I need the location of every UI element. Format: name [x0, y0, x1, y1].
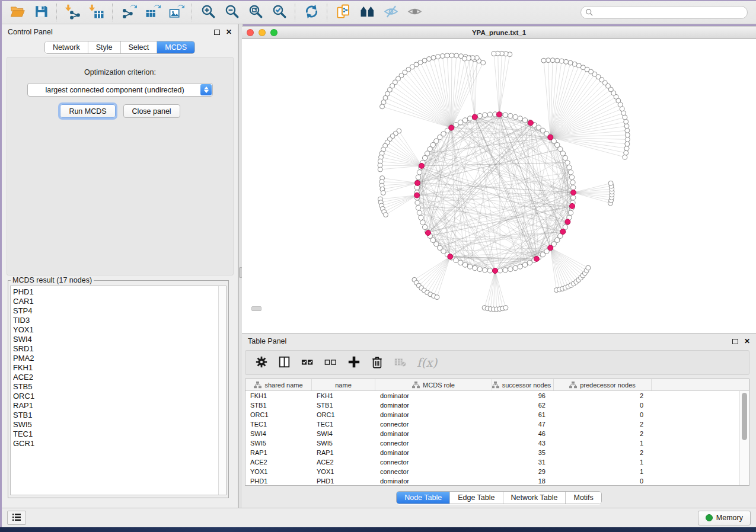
- table-cell[interactable]: connector: [375, 459, 492, 466]
- table-cell[interactable]: YOX1: [312, 468, 375, 475]
- table-cell[interactable]: TEC1: [245, 421, 312, 428]
- table-row[interactable]: RAP1RAP1dominator352: [245, 448, 740, 457]
- table-cell[interactable]: FKH1: [245, 392, 312, 399]
- list-item[interactable]: ACE2: [13, 373, 218, 382]
- list-item[interactable]: STB1: [13, 411, 218, 420]
- refresh-view-button[interactable]: [299, 2, 323, 23]
- zoom-fit-button[interactable]: [244, 2, 267, 23]
- open-file-button[interactable]: [5, 2, 29, 23]
- close-panel-icon[interactable]: ✕: [744, 338, 750, 345]
- table-cell[interactable]: 2: [554, 392, 652, 399]
- table-cell[interactable]: 46: [492, 430, 554, 437]
- tab-mcds[interactable]: MCDS: [157, 41, 194, 53]
- list-item[interactable]: RAP1: [13, 401, 218, 411]
- list-item[interactable]: PHD1: [13, 287, 218, 297]
- console-button[interactable]: [7, 511, 26, 525]
- tab-edge-table[interactable]: Edge Table: [449, 492, 502, 504]
- table-row[interactable]: SWI4SWI4dominator462: [245, 429, 740, 438]
- zoom-in-button[interactable]: [196, 2, 220, 23]
- table-settings-button[interactable]: [255, 355, 268, 370]
- table-cell[interactable]: ORC1: [312, 411, 375, 418]
- table-cell[interactable]: 1: [554, 440, 652, 447]
- table-cell[interactable]: FKH1: [312, 392, 375, 399]
- delete-table-button[interactable]: [394, 355, 407, 370]
- window-minimize-icon[interactable]: [259, 29, 266, 36]
- save-session-button[interactable]: [29, 2, 53, 23]
- table-cell[interactable]: SWI5: [245, 440, 312, 447]
- table-cell[interactable]: PHD1: [312, 477, 375, 485]
- table-cell[interactable]: dominator: [375, 430, 492, 437]
- table-cell[interactable]: RAP1: [312, 449, 375, 456]
- table-cell[interactable]: 2: [554, 421, 652, 428]
- table-row[interactable]: ORC1ORC1dominator610: [245, 410, 740, 419]
- table-row[interactable]: PHD1PHD1dominator180: [245, 476, 740, 485]
- table-scrollbar[interactable]: [739, 391, 749, 485]
- column-header-name[interactable]: name: [312, 379, 375, 390]
- column-header-predecessor-nodes[interactable]: predecessor nodes: [554, 379, 652, 390]
- list-item[interactable]: STB5: [13, 382, 218, 392]
- table-cell[interactable]: 62: [492, 402, 554, 409]
- table-cell[interactable]: connector: [375, 421, 492, 428]
- table-cell[interactable]: 0: [554, 477, 652, 485]
- import-table-button[interactable]: [85, 2, 109, 23]
- duplicate-network-button[interactable]: [331, 2, 355, 23]
- table-cell[interactable]: 18: [492, 477, 554, 485]
- table-cell[interactable]: dominator: [375, 392, 492, 399]
- table-cell[interactable]: SWI4: [245, 430, 312, 437]
- deselect-all-button[interactable]: [324, 355, 337, 370]
- table-row[interactable]: STB1STB1dominator620: [245, 400, 740, 410]
- table-row[interactable]: YOX1YOX1connector291: [245, 467, 740, 476]
- show-columns-button[interactable]: [278, 355, 291, 370]
- table-row[interactable]: SWI5SWI5connector431: [245, 438, 740, 448]
- table-row[interactable]: FKH1FKH1dominator962: [245, 391, 740, 400]
- table-cell[interactable]: ACE2: [312, 459, 375, 466]
- table-cell[interactable]: 0: [554, 411, 652, 418]
- table-cell[interactable]: dominator: [375, 411, 492, 418]
- table-cell[interactable]: 2: [554, 430, 652, 437]
- tab-network[interactable]: Network: [45, 41, 88, 53]
- table-cell[interactable]: 47: [492, 421, 554, 428]
- network-titlebar[interactable]: YPA_prune.txt_1: [242, 27, 756, 39]
- list-item[interactable]: TID3: [13, 316, 218, 325]
- list-item[interactable]: STP4: [13, 306, 218, 316]
- table-cell[interactable]: RAP1: [245, 449, 312, 456]
- memory-button[interactable]: Memory: [698, 511, 751, 525]
- window-zoom-icon[interactable]: [270, 29, 277, 36]
- column-header-successor-nodes[interactable]: successor nodes: [492, 379, 554, 390]
- column-header-MCDS-role[interactable]: MCDS role: [375, 379, 492, 390]
- close-panel-icon[interactable]: ✕: [226, 28, 232, 36]
- export-image-button[interactable]: [164, 2, 188, 23]
- tab-node-table[interactable]: Node Table: [397, 492, 449, 504]
- table-row[interactable]: ACE2ACE2connector311: [245, 457, 740, 467]
- list-item[interactable]: FKH1: [13, 363, 218, 373]
- table-cell[interactable]: STB1: [245, 402, 312, 409]
- table-cell[interactable]: 43: [492, 440, 554, 447]
- list-item[interactable]: YOX1: [13, 325, 218, 335]
- table-cell[interactable]: 31: [492, 459, 554, 466]
- table-cell[interactable]: 96: [492, 392, 554, 399]
- function-builder-icon[interactable]: f(x): [417, 355, 437, 370]
- export-table-button[interactable]: [141, 2, 164, 23]
- table-cell[interactable]: 1: [554, 459, 652, 466]
- run-mcds-button[interactable]: Run MCDS: [60, 104, 115, 118]
- network-canvas[interactable]: [242, 39, 756, 334]
- table-cell[interactable]: 2: [554, 449, 652, 456]
- table-cell[interactable]: STB1: [312, 402, 375, 409]
- table-cell[interactable]: SWI4: [312, 430, 375, 437]
- zoom-out-button[interactable]: [220, 2, 244, 23]
- export-network-button[interactable]: [117, 2, 141, 23]
- list-item[interactable]: ORC1: [13, 392, 218, 401]
- table-cell[interactable]: connector: [375, 468, 492, 475]
- table-cell[interactable]: dominator: [375, 402, 492, 409]
- table-cell[interactable]: 61: [492, 411, 554, 418]
- scrollbar-thumb[interactable]: [742, 393, 747, 440]
- table-cell[interactable]: ORC1: [245, 411, 312, 418]
- show-all-button[interactable]: [403, 2, 426, 23]
- table-cell[interactable]: SWI5: [312, 440, 375, 447]
- table-cell[interactable]: TEC1: [312, 421, 375, 428]
- table-cell[interactable]: 35: [492, 449, 554, 456]
- table-cell[interactable]: YOX1: [245, 468, 312, 475]
- horizontal-splitter-grip[interactable]: [251, 306, 261, 311]
- delete-column-button[interactable]: [371, 355, 384, 370]
- table-cell[interactable]: dominator: [375, 449, 492, 456]
